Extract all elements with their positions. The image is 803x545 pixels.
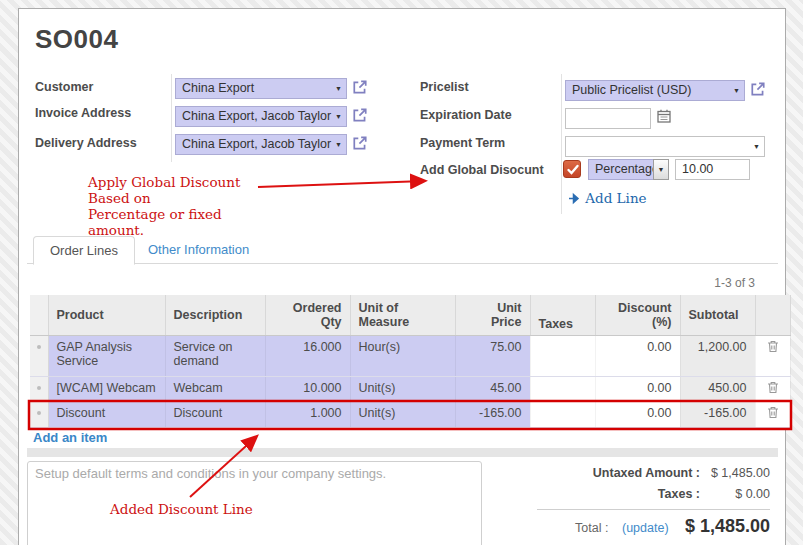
delete-row-icon[interactable] <box>767 406 779 422</box>
discount-type-caret-button[interactable]: ▼ <box>653 159 669 180</box>
totals-divider <box>537 509 770 510</box>
cell-description[interactable]: Webcam <box>165 376 265 401</box>
row-handle[interactable] <box>30 335 48 376</box>
chevron-down-icon: ▼ <box>753 143 760 151</box>
table-header-row: Product Description Ordered Qty Unit of … <box>30 295 790 335</box>
pager: 1-3 of 3 <box>714 276 755 290</box>
pricelist-label: Pricelist <box>420 80 469 94</box>
customer-select[interactable]: China Export ▼ <box>175 78 347 99</box>
drag-handle-icon <box>37 345 41 349</box>
table-row-discount[interactable]: Discount Discount 1.000 Unit(s) -165.00 … <box>30 401 790 427</box>
annotation-global-discount: Apply Global Discount Based on Percentag… <box>88 174 278 238</box>
add-line-link[interactable]: Add Line <box>568 190 647 208</box>
cell-description[interactable]: Service on demand <box>165 335 265 376</box>
checkbox-check-icon <box>564 164 581 181</box>
cell-uom[interactable]: Hour(s) <box>350 335 455 376</box>
payment-term-select[interactable]: ▼ <box>565 136 765 157</box>
pricelist-select[interactable]: Public Pricelist (USD) ▼ <box>565 80 745 101</box>
tab-other-information-label: Other Information <box>148 242 249 257</box>
open-record-icon[interactable] <box>352 135 368 151</box>
chevron-down-icon: ▼ <box>335 141 342 149</box>
drag-handle-icon <box>37 386 41 390</box>
delivery-address-select[interactable]: China Export, Jacob Taylor ▼ <box>175 134 347 155</box>
drag-handle-icon <box>37 411 41 415</box>
tab-other-information[interactable]: Other Information <box>132 236 265 264</box>
cell-taxes[interactable] <box>530 401 595 427</box>
sale-order-page: SO004 Customer Invoice Address Delivery … <box>0 0 803 545</box>
payment-term-label: Payment Term <box>420 136 505 150</box>
customer-label: Customer <box>35 80 93 94</box>
expiration-date-label: Expiration Date <box>420 108 512 122</box>
customer-value: China Export <box>182 81 254 95</box>
row-handle[interactable] <box>30 376 48 401</box>
row-handle[interactable] <box>30 401 48 427</box>
cell-subtotal[interactable]: -165.00 <box>680 401 755 427</box>
cell-discount[interactable]: 0.00 <box>595 335 680 376</box>
table-footer-strip <box>27 448 778 457</box>
total-label: Total : <box>575 521 608 535</box>
cell-unit-price[interactable]: 75.00 <box>455 335 530 376</box>
tab-order-lines-label: Order Lines <box>50 243 118 258</box>
cell-discount[interactable]: 0.00 <box>595 401 680 427</box>
tab-order-lines[interactable]: Order Lines <box>33 236 135 265</box>
chevron-down-icon: ▼ <box>335 85 342 93</box>
delivery-address-label: Delivery Address <box>35 136 137 150</box>
cell-unit-price[interactable]: -165.00 <box>455 401 530 427</box>
notebook-tabs: Order Lines Other Information <box>27 236 778 264</box>
global-discount-checkbox[interactable] <box>563 160 581 178</box>
cell-product[interactable]: GAP Analysis Service <box>48 335 165 376</box>
cell-taxes[interactable] <box>530 335 595 376</box>
cell-description[interactable]: Discount <box>165 401 265 427</box>
discount-type-select[interactable]: Percentage <box>588 159 654 180</box>
taxes-value: $ 0.00 <box>650 487 770 501</box>
table-row[interactable]: [WCAM] Webcam Webcam 10.000 Unit(s) 45.0… <box>30 376 790 401</box>
col-product: Product <box>48 295 165 335</box>
col-actions <box>755 295 790 335</box>
cell-uom[interactable]: Unit(s) <box>350 376 455 401</box>
cell-subtotal[interactable]: 1,200.00 <box>680 335 755 376</box>
expiration-date-input[interactable] <box>565 108 651 129</box>
invoice-address-select[interactable]: China Export, Jacob Taylor ▼ <box>175 106 347 127</box>
chevron-down-icon: ▼ <box>733 87 740 95</box>
calendar-icon[interactable] <box>657 109 671 127</box>
delete-row-icon[interactable] <box>767 381 779 397</box>
invoice-address-value: China Export, Jacob Taylor <box>182 109 331 123</box>
delivery-address-value: China Export, Jacob Taylor <box>182 137 331 151</box>
open-record-icon[interactable] <box>352 107 368 123</box>
form-left-separator <box>171 74 172 162</box>
col-ordered-qty: Ordered Qty <box>265 295 350 335</box>
invoice-address-label: Invoice Address <box>35 106 131 120</box>
cell-taxes[interactable] <box>530 376 595 401</box>
cell-discount[interactable]: 0.00 <box>595 376 680 401</box>
discount-amount-value: 10.00 <box>682 162 713 176</box>
total-value: $ 1,485.00 <box>650 516 770 537</box>
page-title: SO004 <box>35 24 118 55</box>
untaxed-amount-value: $ 1,485.00 <box>650 466 770 480</box>
form-right-separator <box>561 74 562 214</box>
delete-row-icon[interactable] <box>767 340 779 356</box>
discount-amount-input[interactable]: 10.00 <box>675 159 750 180</box>
open-record-icon[interactable] <box>352 79 368 95</box>
col-subtotal: Subtotal <box>680 295 755 335</box>
annotation-line2: Percentage or fixed amount. <box>88 206 278 238</box>
chevron-down-icon: ▼ <box>335 113 342 121</box>
table-row[interactable]: GAP Analysis Service Service on demand 1… <box>30 335 790 376</box>
cell-uom[interactable]: Unit(s) <box>350 401 455 427</box>
cell-product[interactable]: Discount <box>48 401 165 427</box>
cell-subtotal[interactable]: 450.00 <box>680 376 755 401</box>
cell-unit-price[interactable]: 45.00 <box>455 376 530 401</box>
add-an-item-link[interactable]: Add an item <box>33 430 107 445</box>
pricelist-value: Public Pricelist (USD) <box>572 83 691 97</box>
cell-qty[interactable]: 10.000 <box>265 376 350 401</box>
cell-product[interactable]: [WCAM] Webcam <box>48 376 165 401</box>
open-record-icon[interactable] <box>750 81 766 97</box>
terms-textarea[interactable]: Setup default terms and conditions in yo… <box>27 461 482 545</box>
col-unit-price: Unit Price <box>455 295 530 335</box>
col-unit-of-measure: Unit of Measure <box>350 295 455 335</box>
col-discount: Discount (%) <box>595 295 680 335</box>
cell-qty[interactable]: 1.000 <box>265 401 350 427</box>
cell-qty[interactable]: 16.000 <box>265 335 350 376</box>
annotation-discount-line: Added Discount Line <box>110 501 253 517</box>
annotation-line1: Apply Global Discount Based on <box>88 174 278 206</box>
arrow-right-icon <box>568 192 585 208</box>
